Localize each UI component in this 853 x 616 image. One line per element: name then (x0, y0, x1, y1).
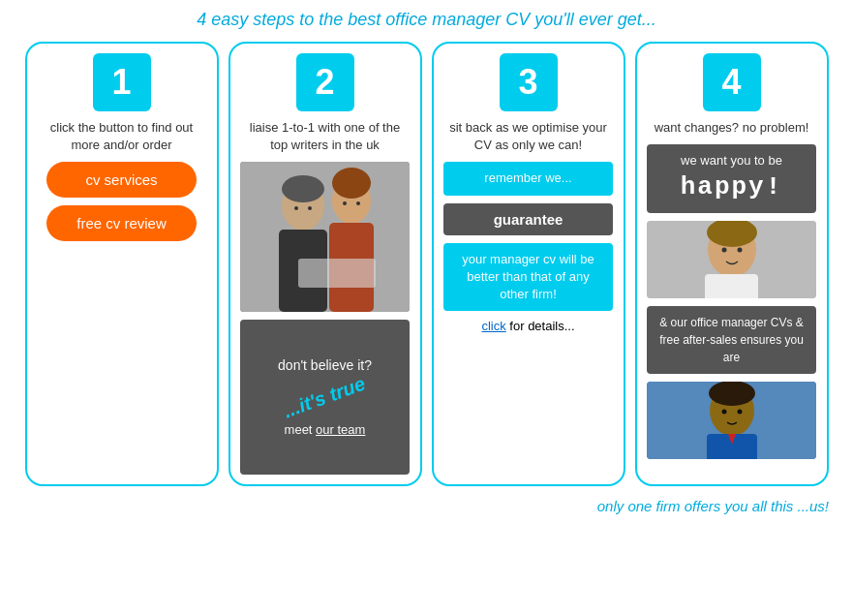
step-4-number: 4 (703, 53, 761, 111)
svg-point-10 (308, 206, 312, 210)
guarantee-box: guarantee (443, 203, 613, 235)
step-3-desc: sit back as we optimise your CV as only … (443, 119, 614, 154)
step-1-desc: click the button to find out more and/or… (37, 119, 207, 154)
happy-text: happy! (655, 169, 808, 204)
man-photo (647, 382, 816, 459)
svg-point-4 (282, 175, 324, 202)
remember-box: remember we... (443, 162, 613, 195)
click-link[interactable]: click (481, 319, 505, 333)
steps-container: 1 click the button to find out more and/… (15, 42, 838, 486)
step-2-desc: liaise 1-to-1 with one of the top writer… (240, 119, 411, 154)
dont-believe-box: don't believe it? ...it's true meet our … (240, 320, 410, 475)
office-cvs-box: & our office manager CVs & free after-sa… (647, 306, 816, 374)
free-cv-review-button[interactable]: free cv review (46, 205, 197, 241)
step-3-column: 3 sit back as we optimise your CV as onl… (432, 42, 625, 486)
svg-point-12 (356, 201, 360, 205)
click-details-text: click for details... (481, 319, 574, 333)
people-photo (240, 162, 410, 312)
step-2-number: 2 (296, 53, 354, 111)
svg-point-23 (722, 409, 727, 414)
meet-team-text: meet our team (285, 422, 366, 437)
cv-services-button[interactable]: cv services (46, 162, 197, 198)
bottom-text: only one firm offers you all this ...us! (15, 498, 838, 514)
our-team-link[interactable]: our team (316, 422, 365, 437)
svg-point-22 (709, 382, 755, 406)
dont-believe-text: don't believe it? (278, 357, 372, 373)
svg-rect-8 (298, 259, 376, 288)
step-4-column: 4 want changes? no problem! we want you … (635, 42, 829, 486)
step-2-column: 2 liaise 1-to-1 with one of the top writ… (228, 42, 422, 486)
svg-point-18 (738, 247, 743, 252)
svg-point-24 (738, 409, 743, 414)
svg-point-9 (294, 206, 298, 210)
manager-cv-box: your manager cv will be better than that… (443, 243, 613, 312)
svg-point-11 (343, 201, 347, 205)
step-1-number: 1 (93, 53, 151, 111)
its-true-text: ...it's true (281, 373, 369, 423)
page-title: 4 easy steps to the best office manager … (15, 10, 838, 30)
svg-point-17 (722, 247, 727, 252)
svg-rect-15 (705, 274, 758, 298)
step-4-desc: want changes? no problem! (655, 119, 809, 137)
step-1-column: 1 click the button to find out more and/… (25, 42, 219, 486)
we-want-box: we want you to be happy! (647, 144, 816, 213)
we-want-text: we want you to be (681, 153, 782, 168)
svg-point-7 (332, 168, 371, 199)
woman-photo (647, 221, 816, 298)
step-3-number: 3 (500, 53, 558, 111)
